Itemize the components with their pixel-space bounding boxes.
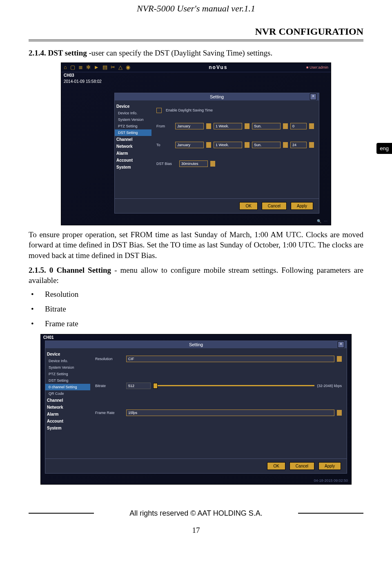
- info-icon[interactable]: ⋯: [324, 219, 327, 223]
- sidebar-cat[interactable]: Channel: [115, 136, 151, 143]
- dialog-buttons: OK Cancel Apply: [115, 198, 319, 213]
- page-number: 17: [29, 526, 363, 535]
- user-label: ■ User:admin: [306, 65, 328, 69]
- channel-label: CH03: [61, 72, 331, 78]
- search-icon[interactable]: 🔍: [317, 219, 321, 223]
- dst-enable-checkbox[interactable]: [156, 108, 162, 113]
- dropdown-icon[interactable]: [245, 123, 249, 129]
- bias-value[interactable]: 30minutes: [179, 160, 208, 167]
- dropdown-icon[interactable]: [245, 142, 249, 148]
- dropdown-icon[interactable]: [283, 123, 288, 129]
- sidebar-cat[interactable]: Channel: [45, 397, 90, 404]
- alert-icon[interactable]: △: [118, 65, 122, 70]
- sec-215-heading: 2.1.5. 0 Channel Setting - menu allow to…: [29, 265, 363, 286]
- sidebar-cat[interactable]: Alarm: [45, 411, 90, 418]
- sidebar-cat-device[interactable]: Device: [115, 103, 151, 110]
- sidebar-item[interactable]: QR Code: [45, 390, 90, 397]
- section-title: NVR CONFIGURATION: [29, 26, 363, 37]
- close-icon[interactable]: ×: [310, 93, 316, 100]
- ok-button[interactable]: OK: [239, 202, 257, 210]
- dialog-panel: Enable Daylight Saving Time From January…: [151, 100, 319, 198]
- cancel-button[interactable]: Cancel: [290, 462, 314, 470]
- sidebar-item[interactable]: DST Setting: [45, 377, 90, 384]
- sidebar-cat[interactable]: System: [45, 425, 90, 432]
- apply-button[interactable]: Apply: [291, 202, 313, 210]
- to-label: To: [156, 143, 173, 147]
- from-day[interactable]: Sun.: [252, 123, 281, 129]
- bitrate-slider[interactable]: [153, 385, 314, 386]
- dropdown-icon[interactable]: [309, 142, 314, 148]
- sidebar-item[interactable]: System Version: [115, 116, 151, 123]
- from-month[interactable]: January: [175, 123, 204, 129]
- bitrate-input[interactable]: 512: [126, 383, 151, 389]
- doc-header: NVR-5000 User's manual ver.1.1: [29, 0, 363, 14]
- rule: [29, 40, 363, 41]
- settings-dialog: Setting × Device Device Info. System Ver…: [45, 341, 347, 474]
- save-icon[interactable]: ▤: [102, 65, 107, 70]
- from-week[interactable]: 1 Week.: [214, 123, 242, 129]
- sidebar-item[interactable]: Device Info.: [45, 358, 90, 364]
- framerate-value[interactable]: 15fps: [126, 410, 334, 416]
- resolution-value[interactable]: CIF: [126, 356, 334, 362]
- bias-label: DST Bias: [156, 162, 177, 166]
- toolbar: ⌂ ▢ ≣ ✻ ► ▤ ✂ △ ◉ noVus ■ User:admin: [61, 63, 331, 72]
- play-icon[interactable]: ►: [94, 65, 99, 70]
- sidebar-item-selected[interactable]: DST Setting: [115, 129, 151, 136]
- statusbar: 04-18-2015 09:02:50: [41, 477, 351, 484]
- sidebar-item[interactable]: System Version: [45, 364, 90, 371]
- to-week[interactable]: 1 Week.: [214, 142, 242, 148]
- language-tab[interactable]: eng: [376, 143, 392, 154]
- channel-label: CH01: [41, 334, 351, 341]
- sec-214-heading: 2.1.4. DST setting -user can specify the…: [29, 48, 363, 58]
- dropdown-icon[interactable]: [206, 123, 211, 129]
- gear-icon[interactable]: ✻: [86, 65, 91, 70]
- stack-icon[interactable]: ≣: [78, 65, 83, 70]
- monitor-icon[interactable]: ▢: [70, 65, 75, 70]
- apply-button[interactable]: Apply: [318, 462, 341, 470]
- sidebar-cat[interactable]: System: [115, 164, 151, 171]
- ok-button[interactable]: OK: [267, 462, 285, 470]
- to-month[interactable]: January: [175, 142, 204, 148]
- dialog-title: Setting ×: [45, 341, 347, 348]
- to-day[interactable]: Sun.: [252, 142, 281, 148]
- home-icon[interactable]: ⌂: [64, 65, 67, 70]
- sidebar-item-selected[interactable]: 0 channel Setting: [45, 384, 90, 390]
- list-item: Frame rate: [29, 319, 363, 328]
- dropdown-icon[interactable]: [337, 356, 342, 362]
- camera-icon[interactable]: ◉: [126, 65, 130, 70]
- dropdown-icon[interactable]: [309, 123, 314, 129]
- sidebar-item[interactable]: PTZ Setting: [45, 371, 90, 377]
- sidebar-item[interactable]: PTZ Setting: [115, 123, 151, 129]
- sec-215-bold: 2.1.5. 0 Channel Setting: [29, 266, 111, 274]
- clapper-icon[interactable]: ✂: [111, 65, 115, 70]
- dropdown-icon[interactable]: [337, 410, 342, 416]
- dialog-title: Setting ×: [115, 93, 319, 100]
- channel-timestamp: 2014-01-09 15:58:02: [61, 78, 331, 85]
- to-hour[interactable]: 24: [290, 142, 307, 148]
- screenshot-channel: CH01 Setting × Device Device Info. Syste…: [40, 334, 352, 485]
- sidebar-cat[interactable]: Alarm: [115, 150, 151, 157]
- list-item: Bitrate: [29, 305, 363, 314]
- cancel-button[interactable]: Cancel: [262, 202, 287, 210]
- sidebar-item[interactable]: Device Info.: [115, 110, 151, 116]
- resolution-label: Resolution: [95, 357, 124, 361]
- status-timestamp: 04-18-2015 09:02:50: [314, 479, 348, 483]
- footer-text: All rights reserved © AAT HOLDING S.A.: [102, 509, 290, 518]
- dropdown-icon[interactable]: [206, 142, 211, 148]
- sec-214-rest: user can specify the DST (Daylight Savin…: [91, 49, 272, 57]
- dropdown-icon[interactable]: [283, 142, 288, 148]
- sidebar-cat-device[interactable]: Device: [45, 351, 90, 358]
- statusbar: 🔍 ⋯: [61, 218, 331, 225]
- close-icon[interactable]: ×: [338, 341, 344, 348]
- screenshot-dst: ⌂ ▢ ≣ ✻ ► ▤ ✂ △ ◉ noVus ■ User:admin CH0…: [61, 62, 331, 225]
- dialog-sidebar: Device Device Info. System Version PTZ S…: [115, 100, 151, 198]
- dialog-panel: Resolution CIF Bitrate 512 (32-2048) kbp…: [90, 348, 347, 458]
- from-hour[interactable]: 0: [290, 123, 307, 129]
- slider-thumb[interactable]: [153, 383, 158, 389]
- sidebar-cat[interactable]: Network: [115, 143, 151, 150]
- dropdown-icon[interactable]: [210, 161, 215, 167]
- sidebar-cat[interactable]: Account: [45, 418, 90, 425]
- dst-enable-label: Enable Daylight Saving Time: [166, 108, 213, 112]
- sidebar-cat[interactable]: Network: [45, 404, 90, 411]
- sidebar-cat[interactable]: Account: [115, 157, 151, 164]
